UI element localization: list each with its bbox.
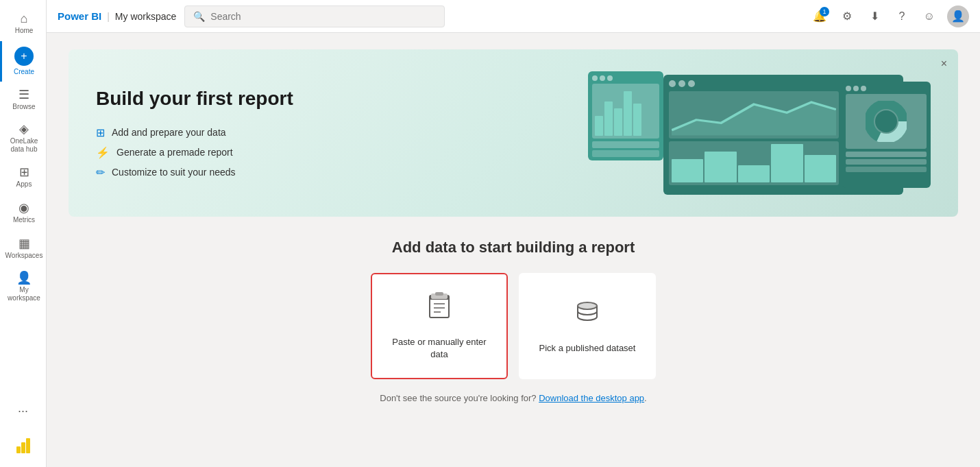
sidebar-item-apps-label: Apps	[16, 180, 32, 189]
sidebar-item-workspaces[interactable]: ▦ Workspaces	[0, 230, 46, 266]
hero-feature-3: ✏ Customize to suit your needs	[96, 166, 293, 179]
hero-feature-1: ⊞ Add and prepare your data	[96, 126, 293, 139]
feedback-icon: ☺	[924, 10, 935, 23]
sidebar-item-browse[interactable]: ☰ Browse	[0, 82, 46, 117]
bottom-note: Don't see the source you're looking for?…	[69, 393, 958, 403]
search-input[interactable]	[210, 11, 436, 22]
sidebar-more-button[interactable]: ···	[0, 396, 46, 426]
hero-feature-1-text: Add and prepare your data	[112, 127, 226, 138]
metrics-icon: ◉	[19, 202, 29, 214]
sidebar-item-home-label: Home	[15, 27, 34, 35]
sidebar-item-metrics[interactable]: ◉ Metrics	[0, 195, 46, 230]
add-data-section: Add data to start building a report	[69, 239, 958, 403]
hero-close-button[interactable]: ×	[941, 58, 947, 70]
download-icon: ⬇	[870, 10, 879, 23]
lightning-icon: ⚡	[96, 146, 110, 159]
settings-button[interactable]: ⚙	[835, 4, 859, 29]
hero-features: ⊞ Add and prepare your data ⚡ Generate a…	[96, 126, 293, 179]
svg-point-9	[875, 110, 897, 132]
settings-icon: ⚙	[842, 10, 852, 23]
sidebar-item-home[interactable]: ⌂ Home	[0, 5, 46, 41]
create-icon: +	[14, 47, 34, 66]
home-icon: ⌂	[21, 12, 28, 25]
sidebar-item-datalake[interactable]: ◈ OneLakedata hub	[0, 117, 46, 159]
sidebar-item-myworkspace-label: Myworkspace	[8, 286, 40, 302]
search-icon: 🔍	[193, 11, 205, 22]
dataset-card-label: Pick a published dataset	[539, 342, 636, 355]
help-button[interactable]: ?	[890, 4, 914, 29]
feedback-button[interactable]: ☺	[917, 4, 942, 29]
main-content: Power BI | My workspace 🔍 🔔 1 ⚙ ⬇ ? ☺	[47, 0, 980, 467]
search-bar[interactable]: 🔍	[184, 5, 445, 27]
workspaces-icon: ▦	[19, 237, 30, 250]
brand-name: Power BI	[58, 10, 101, 22]
sidebar-item-create-label: Create	[14, 68, 34, 76]
datalake-icon: ◈	[19, 123, 29, 135]
powerbi-logo	[0, 429, 46, 462]
notifications-button[interactable]: 🔔 1	[807, 4, 832, 29]
dataset-icon	[572, 298, 602, 334]
content-area: Build your first report ⊞ Add and prepar…	[47, 33, 980, 467]
hero-feature-2-text: Generate a premade report	[117, 147, 233, 158]
hero-feature-2: ⚡ Generate a premade report	[96, 146, 293, 159]
paste-icon	[424, 291, 454, 328]
sidebar-item-create[interactable]: + Create	[0, 41, 46, 82]
topbar-brand: Power BI | My workspace	[58, 10, 176, 22]
pencil-icon: ✏	[96, 166, 105, 179]
sidebar: ⌂ Home + Create ☰ Browse ◈ OneLakedata h…	[0, 0, 47, 467]
sidebar-item-myworkspace[interactable]: 👤 Myworkspace	[0, 266, 46, 308]
sidebar-item-apps[interactable]: ⊞ Apps	[0, 159, 46, 195]
svg-rect-16	[435, 292, 443, 296]
browse-icon: ☰	[19, 88, 29, 101]
hero-text: Build your first report ⊞ Add and prepar…	[96, 88, 293, 179]
table-icon: ⊞	[96, 126, 105, 139]
apps-icon: ⊞	[19, 166, 29, 178]
brand-separator: |	[107, 11, 110, 22]
sidebar-item-datalake-label: OneLakedata hub	[10, 137, 38, 154]
illustration-window-right	[842, 82, 931, 188]
download-button[interactable]: ⬇	[862, 4, 887, 29]
add-data-title: Add data to start building a report	[69, 239, 958, 256]
download-app-link[interactable]: Download the desktop app	[539, 393, 644, 403]
sidebar-item-metrics-label: Metrics	[13, 216, 35, 224]
published-dataset-card[interactable]: Pick a published dataset	[519, 273, 656, 379]
hero-banner: Build your first report ⊞ Add and prepar…	[69, 49, 958, 217]
data-options: Paste or manually enter data Pick a publ…	[69, 273, 958, 379]
avatar-icon: 👤	[951, 10, 965, 23]
svg-rect-2	[26, 438, 30, 453]
paste-data-card[interactable]: Paste or manually enter data	[371, 273, 508, 379]
topbar: Power BI | My workspace 🔍 🔔 1 ⚙ ⬇ ? ☺	[47, 0, 980, 33]
hero-feature-3-text: Customize to suit your needs	[112, 167, 236, 178]
topbar-icons: 🔔 1 ⚙ ⬇ ? ☺ 👤	[807, 4, 969, 29]
avatar[interactable]: 👤	[947, 5, 969, 27]
notification-badge: 1	[820, 7, 829, 16]
myworkspace-icon: 👤	[16, 272, 32, 284]
help-icon: ?	[899, 10, 905, 23]
hero-title: Build your first report	[96, 88, 293, 110]
hero-illustration: ✦ ✦	[588, 71, 931, 195]
svg-rect-0	[16, 446, 21, 453]
workspace-name: My workspace	[115, 11, 176, 22]
sidebar-item-browse-label: Browse	[12, 103, 35, 111]
illustration-window-secondary	[588, 71, 663, 160]
paste-card-label: Paste or manually enter data	[383, 336, 495, 361]
more-icon: ···	[18, 404, 28, 418]
sidebar-item-workspaces-label: Workspaces	[5, 252, 43, 260]
svg-rect-1	[21, 442, 25, 453]
